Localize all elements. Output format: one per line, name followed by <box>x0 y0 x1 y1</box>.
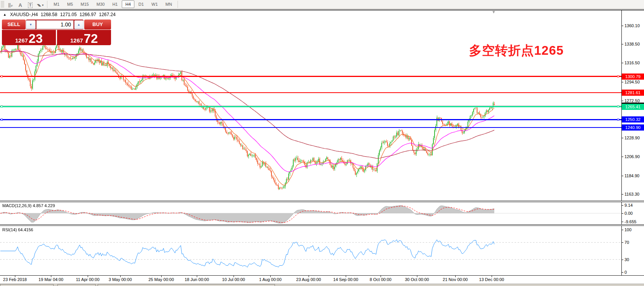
panel-separator-macd-rsi[interactable] <box>0 224 644 226</box>
window-tab[interactable] <box>0 284 54 286</box>
time-axis-tick-mark <box>492 276 492 277</box>
ohlc-high: 1271.05 <box>60 12 77 17</box>
time-axis-label: 1 Aug 00:00 <box>259 277 282 282</box>
time-axis-label: 8 Oct 00:00 <box>370 277 392 282</box>
time-axis-label: 13 Dec 00:00 <box>479 277 504 282</box>
price-axis-tick-label: 1294.50 <box>624 79 640 85</box>
timeframe-button-H4[interactable]: H4 <box>122 0 134 8</box>
time-axis-tick-mark <box>270 276 271 277</box>
volume-control: ▼ ▲ <box>26 20 83 29</box>
horizontal-line-1265.41[interactable] <box>0 106 621 107</box>
toolbar-grip[interactable] <box>1 1 4 7</box>
price-axis-tick-label: 1316.50 <box>624 60 640 65</box>
rsi-axis-tick-mark <box>621 260 623 260</box>
text-label-button[interactable]: A <box>16 1 25 8</box>
macd-axis-tick-label: -9.655 <box>624 219 636 224</box>
line-handle[interactable] <box>617 75 619 77</box>
timeframe-button-H1[interactable]: H1 <box>109 0 121 8</box>
buy-price-pips: 72 <box>84 33 98 44</box>
time-axis-tick-mark <box>161 276 162 277</box>
buy-price-main: 1267 <box>70 38 83 44</box>
price-axis-tick-mark <box>621 138 623 138</box>
rsi-axis-tick-mark <box>621 242 623 243</box>
chart-annotation-text[interactable]: 多空转折点1265 <box>469 42 564 59</box>
time-axis-tick-mark <box>346 276 346 277</box>
volume-input[interactable] <box>36 20 74 29</box>
timeframe-button-W1[interactable]: W1 <box>148 0 162 8</box>
time-axis-tick-mark <box>15 276 15 277</box>
rsi-axis-tick-mark <box>621 230 623 230</box>
chart-window-top-border <box>0 10 644 10</box>
line-handle[interactable] <box>1 75 3 77</box>
price-axis-tick-label: 1338.50 <box>624 41 640 47</box>
ohlc-close: 1267.24 <box>99 12 116 17</box>
chart-header: ▲ XAUUSD-,H4 1268.58 1271.05 1266.97 126… <box>3 12 117 17</box>
buy-button[interactable]: BUY <box>84 20 111 29</box>
macd-axis-tick-label: 0.00 <box>624 211 633 216</box>
chevron-down-icon: ▾ <box>42 3 44 8</box>
sell-button[interactable]: SELL <box>2 20 26 29</box>
price-axis-tick-label: 1360.10 <box>624 23 640 28</box>
window-tab[interactable] <box>98 284 275 286</box>
line-handle[interactable] <box>617 119 619 121</box>
window-tab[interactable] <box>57 284 96 286</box>
hline-price-badge-1281.61: 1281.61 <box>622 90 644 96</box>
ohlc-open: 1268.58 <box>41 12 57 17</box>
macd-axis-tick-mark <box>621 205 623 206</box>
time-axis-tick-mark <box>197 276 197 277</box>
price-axis-tick-mark <box>621 44 623 44</box>
horizontal-line-1281.61[interactable] <box>0 92 621 93</box>
chart-shift-marker-icon[interactable]: ▼ <box>492 10 496 14</box>
macd-panel-canvas[interactable] <box>0 202 621 224</box>
horizontal-line-1250.32[interactable] <box>0 119 621 120</box>
volume-increase-button[interactable]: ▲ <box>74 20 84 29</box>
horizontal-line-1240.90[interactable] <box>0 127 621 128</box>
timeframe-button-M30[interactable]: M30 <box>93 0 108 8</box>
macd-axis-tick-label: 9.14 <box>624 203 633 208</box>
rsi-panel-bottom-border <box>0 275 644 276</box>
timeframe-button-M15[interactable]: M15 <box>77 0 92 8</box>
text-box-button[interactable]: T <box>26 1 34 8</box>
timeframe-button-MN[interactable]: MN <box>162 0 175 8</box>
price-axis-tick-mark <box>621 101 623 101</box>
line-handle[interactable] <box>617 106 619 108</box>
time-axis-tick-mark <box>51 276 51 277</box>
rsi-axis-tick-label: 30 <box>624 257 629 262</box>
hline-price-badge-1300.79: 1300.79 <box>622 74 644 80</box>
buy-price-display[interactable]: 1267 72 <box>57 30 111 45</box>
time-axis-tick-mark <box>417 276 417 277</box>
grid-icon: ⣿ <box>8 2 11 8</box>
collapse-triangle-icon[interactable]: ▲ <box>3 13 7 16</box>
current-price-line <box>0 105 621 106</box>
time-axis-label: 30 Oct 00:00 <box>405 277 429 282</box>
macd-axis-tick-mark <box>621 222 623 222</box>
price-axis-tick-label: 1184.90 <box>624 173 639 178</box>
rsi-axis-tick-label: 0 <box>624 270 627 275</box>
time-axis-label: 19 Mar 04:00 <box>39 277 64 282</box>
time-axis-label: 14 Sep 00:00 <box>333 277 358 282</box>
timeframe-button-M1[interactable]: M1 <box>50 0 63 8</box>
scale-fix-button[interactable]: ⣿F <box>6 1 15 8</box>
hline-price-badge-1240.90: 1240.90 <box>622 124 644 131</box>
panel-separator-main-macd[interactable] <box>0 201 644 202</box>
timeframe-button-D1[interactable]: D1 <box>135 0 147 8</box>
rsi-axis-tick-mark <box>621 272 623 273</box>
hline-price-badge-1250.32: 1250.32 <box>622 116 644 123</box>
sell-price-display[interactable]: 1267 23 <box>2 30 56 45</box>
time-axis-label: 18 Jun 00:00 <box>185 277 209 282</box>
horizontal-line-1300.79[interactable] <box>0 76 621 77</box>
time-axis-tick-mark <box>120 276 121 277</box>
price-axis-tick-mark <box>621 176 623 176</box>
line-handle[interactable] <box>1 106 3 108</box>
arrows-tool-button[interactable]: ◥◣▾ <box>36 1 44 8</box>
time-axis-label: 25 May 00:00 <box>149 277 174 282</box>
text-box-icon: T <box>28 2 33 8</box>
time-axis-label: 23 Feb 2018 <box>3 277 27 282</box>
price-axis-tick-mark <box>621 194 623 194</box>
price-axis-tick-label: 1206.90 <box>624 154 640 159</box>
ohlc-low: 1266.97 <box>80 12 96 17</box>
rsi-panel-canvas[interactable] <box>0 226 621 275</box>
volume-decrease-button[interactable]: ▼ <box>26 20 36 29</box>
timeframe-button-M5[interactable]: M5 <box>64 0 76 8</box>
line-handle[interactable] <box>1 119 3 121</box>
